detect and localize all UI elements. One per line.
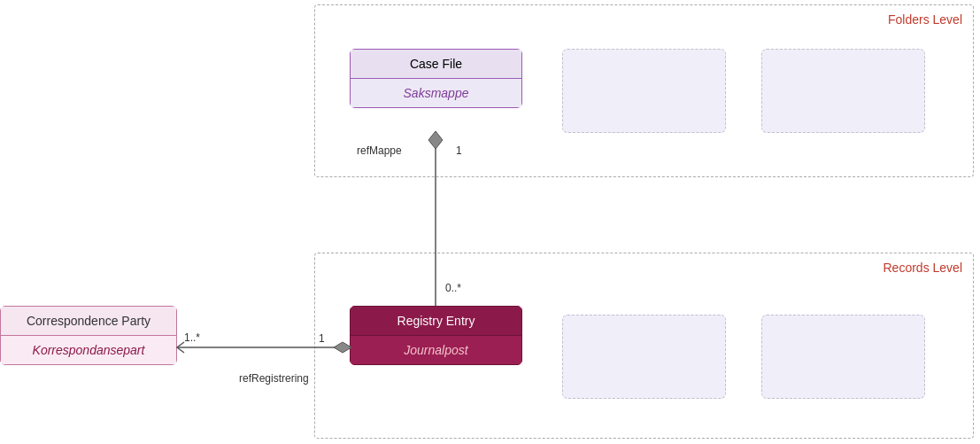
case-file-class: Case File Saksmappe [350, 49, 522, 108]
ref-mappe-mult: 1 [456, 144, 462, 157]
placeholder-records-2 [761, 315, 925, 399]
case-file-header: Case File [350, 49, 522, 79]
correspondence-party-class: Correspondence Party Korrespondansepart [0, 306, 177, 365]
placeholder-folders-2 [761, 49, 925, 133]
diagram-container: Folders Level Records Level Case File Sa… [0, 0, 980, 444]
folders-level-label: Folders Level [888, 12, 962, 27]
ref-mappe-label: refMappe [357, 144, 402, 157]
correspondence-party-body: Korrespondansepart [0, 336, 177, 365]
registry-entry-body: Journalpost [350, 336, 522, 365]
ref-registrering-mult-left: 1 [319, 332, 325, 345]
records-level-label: Records Level [884, 261, 963, 275]
ref-reg-mult-lower: 0..* [445, 282, 461, 294]
registry-entry-class: Registry Entry Journalpost [350, 306, 522, 365]
placeholder-folders-1 [562, 49, 726, 133]
placeholder-records-1 [562, 315, 726, 399]
case-file-body: Saksmappe [350, 79, 522, 108]
registry-entry-header: Registry Entry [350, 306, 522, 336]
ref-registrering-label: refRegistrering [239, 372, 309, 385]
correspondence-party-header: Correspondence Party [0, 306, 177, 336]
corr-mult: 1..* [184, 331, 200, 344]
